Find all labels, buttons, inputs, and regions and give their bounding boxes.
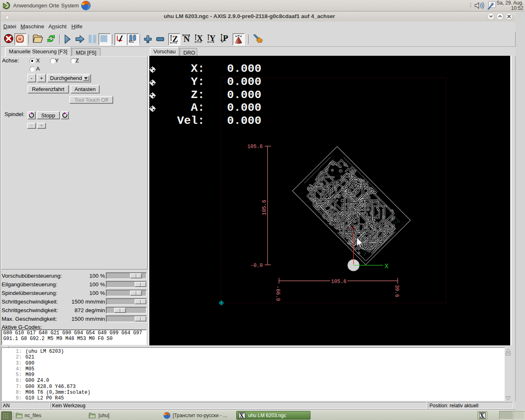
svg-text:Y: Y bbox=[350, 226, 354, 233]
svg-text:105.6: 105.6 bbox=[247, 144, 262, 150]
svg-text:0.000: 0.000 bbox=[227, 114, 262, 127]
svg-text:105.6: 105.6 bbox=[262, 200, 267, 215]
svg-text:0.000: 0.000 bbox=[227, 62, 262, 75]
svg-text:Vel:: Vel: bbox=[177, 114, 205, 127]
svg-text:Y:: Y: bbox=[191, 75, 205, 88]
svg-text:X:: X: bbox=[191, 62, 205, 75]
svg-text:A:: A: bbox=[191, 101, 205, 114]
svg-text:X: X bbox=[197, 34, 203, 43]
svg-text:0.000: 0.000 bbox=[227, 101, 262, 114]
svg-text:-0.0: -0.0 bbox=[250, 263, 262, 269]
svg-text:0.000: 0.000 bbox=[227, 75, 262, 88]
svg-text:-66.0: -66.0 bbox=[275, 286, 281, 301]
svg-text:105.6: 105.6 bbox=[331, 279, 346, 285]
svg-text:Y: Y bbox=[210, 34, 216, 43]
svg-text:0.000: 0.000 bbox=[227, 89, 262, 101]
svg-text:N: N bbox=[184, 34, 190, 43]
svg-text:Z: Z bbox=[172, 34, 178, 44]
svg-text:X: X bbox=[385, 263, 389, 270]
svg-text:39.6: 39.6 bbox=[394, 285, 399, 297]
svg-text:Z:: Z: bbox=[191, 89, 205, 101]
